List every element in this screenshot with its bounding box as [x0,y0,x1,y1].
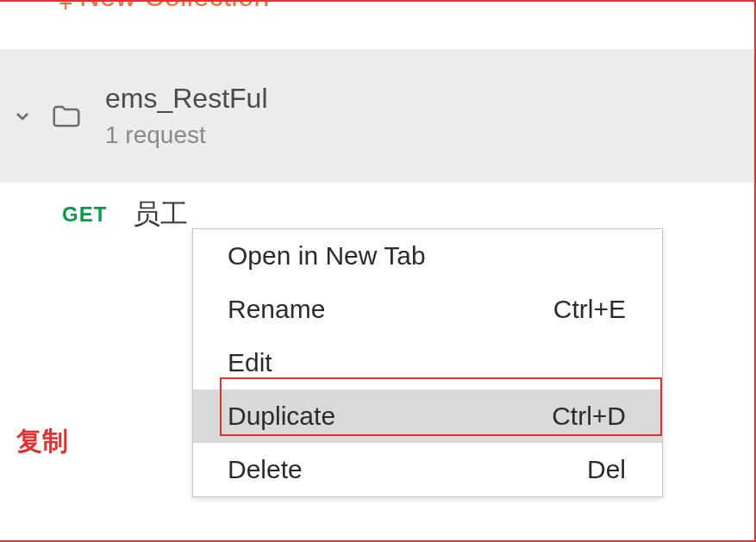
collection-name: ems_RestFul [105,83,268,115]
plus-icon: + [59,0,72,17]
http-method-badge: GET [62,202,107,227]
menu-item-delete[interactable]: Delete Del [193,443,662,496]
menu-item-label: Delete [228,455,303,484]
menu-item-label: Duplicate [228,402,335,431]
menu-item-shortcut: Ctrl+E [553,295,626,324]
context-menu: Open in New Tab Rename Ctrl+E Edit Dupli… [192,228,663,497]
collection-count: 1 request [105,121,268,149]
annotation-label: 复制 [16,424,68,459]
menu-item-label: Open in New Tab [228,241,426,271]
chevron-down-icon[interactable] [12,106,33,127]
folder-icon [50,100,83,133]
collection-header[interactable]: ems_RestFul 1 request [0,49,754,183]
menu-item-shortcut: Del [587,455,626,484]
menu-item-open-new-tab[interactable]: Open in New Tab [193,229,662,283]
menu-item-rename[interactable]: Rename Ctrl+E [193,283,662,336]
menu-item-edit[interactable]: Edit [193,336,662,389]
collection-meta: ems_RestFul 1 request [105,83,268,149]
menu-item-duplicate[interactable]: Duplicate Ctrl+D [193,389,662,443]
menu-item-shortcut: Ctrl+D [552,402,626,431]
new-collection-button[interactable]: + New Collection [0,2,754,28]
request-name: 员工 [133,196,188,234]
new-collection-label: New Collection [79,0,269,13]
menu-item-label: Rename [228,295,325,324]
menu-item-label: Edit [228,348,272,377]
